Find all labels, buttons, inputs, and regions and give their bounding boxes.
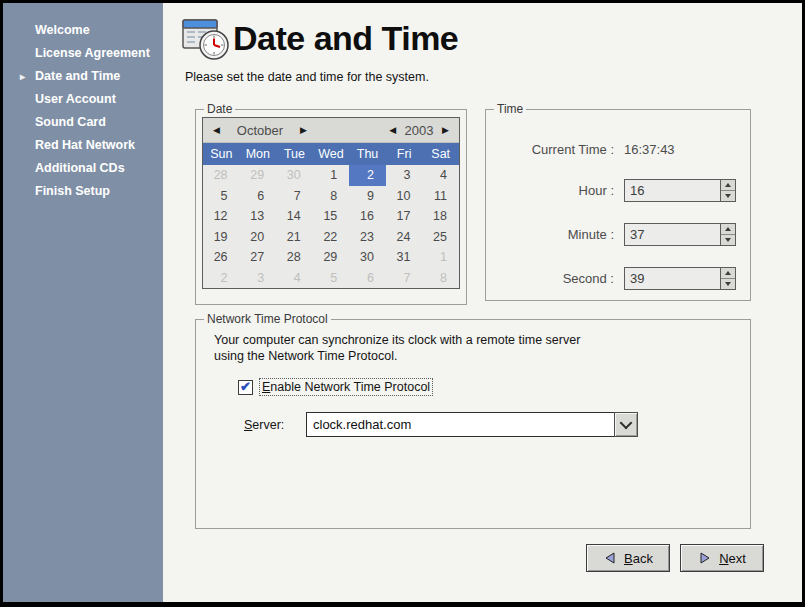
sidebar-item-label: Sound Card: [35, 115, 106, 129]
calendar-day[interactable]: 12: [203, 206, 240, 227]
calendar-day[interactable]: 8: [313, 186, 350, 207]
calendar-day[interactable]: 18: [422, 206, 459, 227]
second-spin-up-icon[interactable]: [721, 268, 735, 279]
hour-spin-down-icon[interactable]: [721, 191, 735, 201]
second-value[interactable]: 39: [625, 268, 720, 289]
calendar: ◀ October ▶ ◀ 2003 ▶ SunMonTueWedThuFriS…: [202, 117, 460, 289]
enable-ntp-checkbox[interactable]: ✔: [238, 380, 253, 395]
sidebar-item-date-and-time[interactable]: ▸Date and Time: [3, 65, 163, 88]
calendar-day[interactable]: 4: [422, 165, 459, 186]
minute-spin-down-icon[interactable]: [721, 235, 735, 245]
calendar-day[interactable]: 19: [203, 227, 240, 248]
sidebar-item-welcome[interactable]: Welcome: [3, 19, 163, 42]
time-panel: Time Current Time : 16:37:43 Hour :16Min…: [485, 109, 751, 301]
calendar-day[interactable]: 3: [386, 165, 423, 186]
calendar-day[interactable]: 28: [203, 165, 240, 186]
calendar-day[interactable]: 16: [349, 206, 386, 227]
calendar-day[interactable]: 23: [349, 227, 386, 248]
checkmark-icon: ✔: [240, 379, 251, 394]
calendar-day[interactable]: 25: [422, 227, 459, 248]
sidebar-item-label: Additional CDs: [35, 161, 125, 175]
calendar-day[interactable]: 29: [240, 165, 277, 186]
calendar-year: 2003: [400, 123, 438, 138]
sidebar-item-user-account[interactable]: User Account: [3, 88, 163, 111]
minute-value[interactable]: 37: [625, 224, 720, 245]
calendar-day[interactable]: 30: [349, 247, 386, 268]
sidebar-item-label: License Agreement: [35, 46, 150, 60]
active-item-arrow-icon: ▸: [20, 65, 25, 88]
sidebar-item-red-hat-network[interactable]: Red Hat Network: [3, 134, 163, 157]
sidebar-item-finish-setup[interactable]: Finish Setup: [3, 180, 163, 203]
sidebar-item-label: Welcome: [35, 23, 90, 37]
calendar-day[interactable]: 2: [203, 268, 240, 289]
calendar-header: ◀ October ▶ ◀ 2003 ▶: [203, 118, 459, 143]
enable-ntp-label[interactable]: Enable Network Time Protocol: [259, 378, 433, 396]
calendar-day[interactable]: 3: [240, 268, 277, 289]
calendar-day[interactable]: 27: [240, 247, 277, 268]
sidebar-nav: WelcomeLicense Agreement▸Date and TimeUs…: [3, 3, 163, 602]
prev-month-icon[interactable]: ◀: [209, 125, 224, 135]
sidebar-item-label: Red Hat Network: [35, 138, 135, 152]
sidebar-item-sound-card[interactable]: Sound Card: [3, 111, 163, 134]
next-month-icon[interactable]: ▶: [296, 125, 311, 135]
prev-year-icon[interactable]: ◀: [385, 125, 400, 135]
calendar-day[interactable]: 7: [276, 186, 313, 207]
back-button-label: Back: [624, 551, 653, 566]
calendar-day[interactable]: 30: [276, 165, 313, 186]
calendar-day[interactable]: 8: [422, 268, 459, 289]
sidebar-item-license-agreement[interactable]: License Agreement: [3, 42, 163, 65]
calendar-day[interactable]: 9: [349, 186, 386, 207]
calendar-day[interactable]: 14: [276, 206, 313, 227]
calendar-day[interactable]: 24: [386, 227, 423, 248]
calendar-day[interactable]: 13: [240, 206, 277, 227]
next-year-icon[interactable]: ▶: [438, 125, 453, 135]
calendar-day[interactable]: 5: [203, 186, 240, 207]
calendar-day[interactable]: 15: [313, 206, 350, 227]
minute-spin-up-icon[interactable]: [721, 224, 735, 235]
calendar-day[interactable]: 7: [386, 268, 423, 289]
hour-spin-up-icon[interactable]: [721, 180, 735, 191]
sidebar-item-label: Finish Setup: [35, 184, 110, 198]
calendar-day[interactable]: 31: [386, 247, 423, 268]
weekday-label: Wed: [313, 143, 350, 165]
calendar-day[interactable]: 6: [349, 268, 386, 289]
calendar-day[interactable]: 6: [240, 186, 277, 207]
ntp-panel-legend: Network Time Protocol: [204, 312, 331, 326]
server-input[interactable]: clock.redhat.com: [306, 412, 614, 437]
hour-spinner[interactable]: 16: [624, 179, 736, 202]
second-spin-down-icon[interactable]: [721, 279, 735, 289]
calendar-month: October: [224, 123, 296, 138]
calendar-day[interactable]: 11: [422, 186, 459, 207]
ntp-description-line2: using the Network Time Protocol.: [214, 348, 580, 364]
second-label: Second :: [563, 271, 614, 286]
next-arrow-icon: [698, 551, 712, 565]
calendar-day[interactable]: 17: [386, 206, 423, 227]
calendar-day[interactable]: 21: [276, 227, 313, 248]
server-dropdown-button[interactable]: [614, 412, 638, 437]
calendar-day[interactable]: 26: [203, 247, 240, 268]
calendar-day[interactable]: 4: [276, 268, 313, 289]
next-button[interactable]: Next: [680, 544, 764, 572]
calendar-day[interactable]: 10: [386, 186, 423, 207]
sidebar-item-label: Date and Time: [35, 69, 120, 83]
ntp-panel: Network Time Protocol Your computer can …: [195, 319, 751, 529]
calendar-day[interactable]: 28: [276, 247, 313, 268]
sidebar-item-additional-cds[interactable]: Additional CDs: [3, 157, 163, 180]
hour-value[interactable]: 16: [625, 180, 720, 201]
calendar-day[interactable]: 1: [422, 247, 459, 268]
current-time-label: Current Time :: [532, 142, 614, 157]
minute-spinner[interactable]: 37: [624, 223, 736, 246]
weekday-label: Thu: [349, 143, 386, 165]
calendar-day-selected[interactable]: 2: [349, 165, 386, 186]
calendar-day[interactable]: 1: [313, 165, 350, 186]
calendar-day[interactable]: 5: [313, 268, 350, 289]
calendar-day[interactable]: 20: [240, 227, 277, 248]
second-spinner[interactable]: 39: [624, 267, 736, 290]
calendar-clock-icon: [181, 16, 231, 62]
back-button[interactable]: Back: [586, 544, 670, 572]
calendar-day[interactable]: 29: [313, 247, 350, 268]
sidebar-item-label: User Account: [35, 92, 116, 106]
ntp-description-line1: Your computer can synchronize its clock …: [214, 332, 580, 348]
calendar-day[interactable]: 22: [313, 227, 350, 248]
page-subtitle: Please set the date and time for the sys…: [185, 70, 429, 84]
